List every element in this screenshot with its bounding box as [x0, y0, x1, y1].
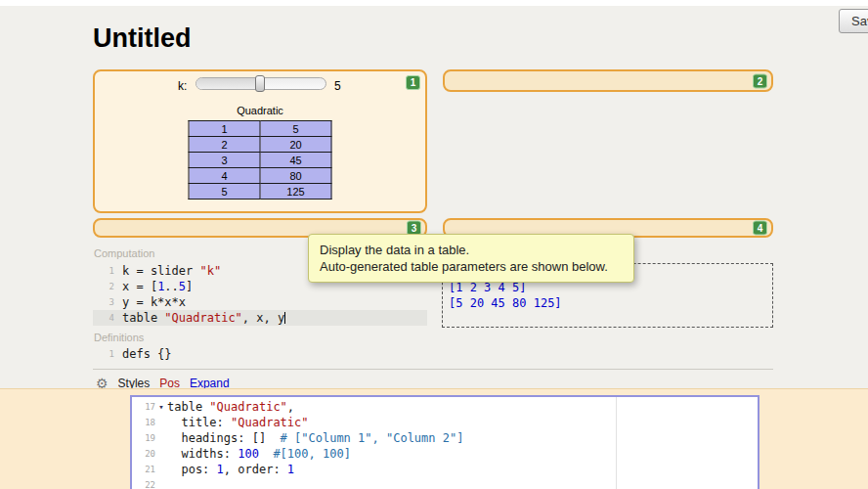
table-params-editor[interactable]: 17▾table "Quadratic",18 title: "Quadrati…: [130, 395, 760, 489]
code-line[interactable]: 20 widths: 100 #[100, 100]: [132, 446, 758, 462]
line-number: 17: [132, 399, 155, 415]
tooltip-line-2: Auto-generated table parameters are show…: [320, 258, 623, 275]
code-text: x = [1..5]: [119, 279, 193, 294]
table-cell: 2: [189, 137, 260, 153]
fold-spacer: [155, 415, 167, 430]
app-window: Untitled Save k: 5 Quadratic 15220345480…: [0, 0, 868, 489]
code-text: k = slider "k": [119, 263, 221, 279]
table-row: 220: [189, 137, 331, 153]
code-text: table "Quadratic", x, y: [119, 310, 285, 326]
code-line[interactable]: 3y = k*x*x: [93, 294, 427, 310]
code-line[interactable]: 21 pos: 1, order: 1: [132, 462, 758, 477]
code-text: y = k*x*x: [119, 294, 186, 310]
widget-panel-1[interactable]: k: 5 Quadratic 152203454805125 1: [93, 69, 427, 213]
widget-panel-2[interactable]: 2: [443, 69, 773, 92]
computation-section-label: Computation: [94, 247, 154, 259]
output-line: [449, 311, 766, 327]
panel-badge-4[interactable]: 4: [753, 221, 767, 236]
tooltip-line-1: Display the data in a table.: [320, 242, 623, 258]
fold-spacer: [155, 446, 167, 462]
line-number: 21: [132, 462, 155, 477]
code-text: defs {}: [119, 346, 172, 362]
line-number: 3: [93, 294, 119, 310]
code-line[interactable]: 19 headings: [] # ["Column 1", "Column 2…: [132, 430, 758, 446]
quadratic-table-body: 152203454805125: [189, 121, 331, 200]
table-cell: 20: [260, 137, 331, 153]
panel-badge-1[interactable]: 1: [406, 75, 420, 90]
table-row: 15: [189, 121, 331, 137]
line-number: 22: [132, 477, 155, 489]
definitions-editor[interactable]: 1defs {}: [93, 346, 773, 362]
text-cursor: [284, 312, 285, 324]
table-cell: 4: [189, 168, 260, 184]
k-slider-fill: [196, 78, 260, 89]
definitions-section-label: Definitions: [94, 332, 144, 343]
code-text: title: "Quadratic": [167, 415, 309, 430]
tooltip: Display the data in a table. Auto-genera…: [308, 234, 634, 283]
table-cell: 5: [189, 184, 260, 200]
output-line: [5 20 45 80 125]: [449, 295, 766, 311]
slider-value: 5: [334, 79, 341, 93]
k-slider[interactable]: [195, 77, 326, 90]
table-cell: 125: [260, 184, 331, 200]
table-cell: 45: [260, 153, 331, 168]
fold-arrow-icon[interactable]: ▾: [155, 399, 167, 415]
line-number: 4: [93, 310, 119, 326]
line-number: 19: [132, 430, 155, 446]
k-slider-thumb[interactable]: [255, 75, 265, 92]
table-cell: 5: [260, 121, 331, 137]
line-number: 20: [132, 446, 155, 462]
quadratic-table-widget: Quadratic 152203454805125: [189, 105, 332, 200]
save-button[interactable]: Save: [839, 9, 868, 33]
page-title: Untitled: [93, 23, 192, 54]
table-row: 345: [189, 153, 331, 168]
section-divider: [93, 369, 773, 370]
line-number: 1: [93, 346, 119, 362]
editor-ruler: [616, 397, 617, 489]
code-text: table "Quadratic",: [167, 399, 294, 415]
highlight-overlay: 17▾table "Quadratic",18 title: "Quadrati…: [0, 388, 868, 489]
code-text: widths: 100 #[100, 100]: [167, 446, 351, 462]
code-line[interactable]: 17▾table "Quadratic",: [132, 399, 758, 415]
panel-badge-2[interactable]: 2: [753, 73, 767, 88]
table-row: 480: [189, 168, 331, 184]
code-line[interactable]: 22: [132, 477, 758, 489]
code-text: headings: [] # ["Column 1", "Column 2"]: [167, 430, 463, 446]
fold-spacer: [155, 430, 167, 446]
fold-spacer: [155, 477, 167, 489]
table-cell: 3: [189, 153, 260, 168]
line-number: 1: [93, 263, 119, 279]
table-title: Quadratic: [189, 105, 332, 116]
table-cell: 80: [260, 168, 331, 184]
table-params-code[interactable]: 17▾table "Quadratic",18 title: "Quadrati…: [132, 399, 758, 489]
top-strip: [0, 0, 868, 6]
slider-label: k:: [178, 79, 187, 93]
code-line[interactable]: 18 title: "Quadratic": [132, 415, 758, 430]
code-line[interactable]: 1defs {}: [93, 346, 773, 362]
fold-spacer: [155, 462, 167, 477]
table-row: 5125: [189, 184, 331, 200]
table-cell: 1: [189, 121, 260, 137]
quadratic-table: 152203454805125: [189, 120, 332, 200]
code-line[interactable]: 4table "Quadratic", x, y: [93, 310, 427, 326]
line-number: 2: [93, 279, 119, 294]
line-number: 18: [132, 415, 155, 430]
code-text: pos: 1, order: 1: [167, 462, 294, 477]
